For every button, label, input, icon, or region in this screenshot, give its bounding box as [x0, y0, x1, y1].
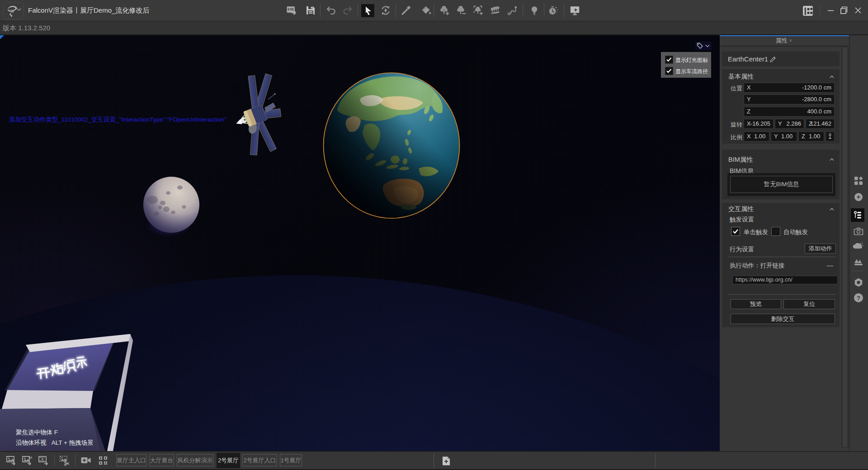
svg-text:EXE: EXE [288, 8, 294, 11]
svg-text:?: ? [857, 295, 860, 301]
svg-text:AI: AI [28, 456, 32, 460]
